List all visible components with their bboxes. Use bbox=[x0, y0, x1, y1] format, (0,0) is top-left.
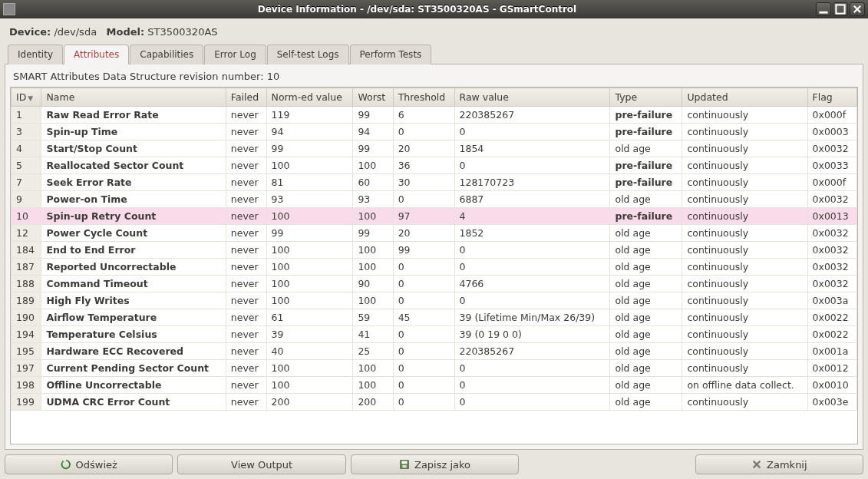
table-row[interactable]: 188Command Timeoutnever1009004766old age… bbox=[12, 276, 857, 292]
table-row[interactable]: 4Start/Stop Countnever9999201854old agec… bbox=[12, 140, 857, 157]
cell-normed: 100 bbox=[266, 377, 353, 394]
col-normed[interactable]: Norm-ed value bbox=[266, 88, 353, 107]
cell-flag: 0x000f bbox=[807, 174, 856, 191]
table-row[interactable]: 187Reported Uncorrectablenever10010000ol… bbox=[12, 259, 857, 276]
tab-self-test-logs[interactable]: Self-test Logs bbox=[267, 45, 349, 64]
cell-normed: 100 bbox=[266, 157, 353, 174]
cell-type: old age bbox=[610, 225, 682, 242]
cell-failed: never bbox=[226, 140, 266, 157]
cell-worst: 200 bbox=[353, 394, 393, 411]
cell-name: Offline Uncorrectable bbox=[41, 377, 226, 394]
col-flag[interactable]: Flag bbox=[807, 88, 856, 107]
model-value: ST3500320AS bbox=[147, 26, 217, 38]
minimize-button[interactable] bbox=[816, 2, 831, 16]
cell-type: old age bbox=[610, 292, 682, 309]
table-row[interactable]: 199UDMA CRC Error Countnever20020000old … bbox=[12, 394, 857, 411]
col-failed[interactable]: Failed bbox=[226, 88, 266, 107]
cell-normed: 81 bbox=[266, 174, 353, 191]
table-row[interactable]: 3Spin-up Timenever949400pre-failureconti… bbox=[12, 124, 857, 140]
cell-flag: 0x0032 bbox=[807, 225, 856, 242]
maximize-icon bbox=[835, 4, 846, 15]
col-type[interactable]: Type bbox=[610, 88, 682, 107]
cell-raw: 0 bbox=[454, 292, 610, 309]
tab-capabilities[interactable]: Capabilities bbox=[130, 45, 203, 64]
cell-id: 184 bbox=[12, 242, 41, 259]
maximize-button[interactable] bbox=[833, 2, 848, 16]
cell-updated: continuously bbox=[682, 157, 807, 174]
cell-flag: 0x0022 bbox=[807, 309, 856, 326]
cell-type: pre-failure bbox=[610, 124, 682, 140]
cell-threshold: 36 bbox=[393, 157, 454, 174]
cell-flag: 0x0003 bbox=[807, 124, 856, 140]
device-label: Device: bbox=[9, 26, 51, 38]
col-raw[interactable]: Raw value bbox=[454, 88, 610, 107]
col-updated[interactable]: Updated bbox=[682, 88, 807, 107]
cell-normed: 94 bbox=[266, 124, 353, 140]
minimize-icon bbox=[818, 4, 829, 15]
cell-updated: continuously bbox=[682, 208, 807, 225]
save-as-button[interactable]: Zapisz jako bbox=[351, 454, 519, 474]
table-row[interactable]: 194Temperature Celsiusnever3941039 (0 19… bbox=[12, 326, 857, 343]
cell-threshold: 0 bbox=[393, 124, 454, 140]
cell-updated: on offline data collect. bbox=[682, 377, 807, 394]
cell-normed: 99 bbox=[266, 140, 353, 157]
col-id[interactable]: ID▼ bbox=[12, 88, 41, 107]
table-row[interactable]: 184End to End Errornever100100990old age… bbox=[12, 242, 857, 259]
sort-indicator-icon: ▼ bbox=[28, 94, 33, 102]
table-row[interactable]: 189High Fly Writesnever10010000old ageco… bbox=[12, 292, 857, 309]
refresh-button[interactable]: Odśwież bbox=[5, 454, 173, 474]
cell-name: Start/Stop Count bbox=[41, 140, 226, 157]
cell-raw: 6887 bbox=[454, 191, 610, 208]
cell-flag: 0x0022 bbox=[807, 326, 856, 343]
table-row[interactable]: 12Power Cycle Countnever9999201852old ag… bbox=[12, 225, 857, 242]
cell-threshold: 20 bbox=[393, 225, 454, 242]
tab-identity[interactable]: Identity bbox=[8, 45, 63, 64]
attributes-table-wrap[interactable]: ID▼ Name Failed Norm-ed value Worst Thre… bbox=[10, 87, 858, 444]
cell-updated: continuously bbox=[682, 191, 807, 208]
close-dialog-button[interactable]: Zamknij bbox=[695, 454, 863, 474]
table-row[interactable]: 195Hardware ECC Recoverednever4025022038… bbox=[12, 343, 857, 360]
cell-failed: never bbox=[226, 191, 266, 208]
cell-flag: 0x0013 bbox=[807, 208, 856, 225]
col-name[interactable]: Name bbox=[41, 88, 226, 107]
table-row[interactable]: 197Current Pending Sector Countnever1001… bbox=[12, 360, 857, 377]
cell-threshold: 97 bbox=[393, 208, 454, 225]
tab-error-log[interactable]: Error Log bbox=[204, 45, 266, 64]
cell-type: pre-failure bbox=[610, 157, 682, 174]
cell-flag: 0x0032 bbox=[807, 276, 856, 292]
table-row[interactable]: 7Seek Error Ratenever816030128170723pre-… bbox=[12, 174, 857, 191]
cell-flag: 0x0032 bbox=[807, 191, 856, 208]
cell-normed: 100 bbox=[266, 259, 353, 276]
tab-attributes[interactable]: Attributes bbox=[64, 45, 129, 64]
cell-raw: 220385267 bbox=[454, 107, 610, 124]
table-row[interactable]: 5Reallocated Sector Countnever100100360p… bbox=[12, 157, 857, 174]
cell-updated: continuously bbox=[682, 242, 807, 259]
table-row[interactable]: 1Raw Read Error Ratenever119996220385267… bbox=[12, 107, 857, 124]
close-dialog-label: Zamknij bbox=[767, 459, 807, 471]
table-row[interactable]: 198Offline Uncorrectablenever10010000old… bbox=[12, 377, 857, 394]
cell-flag: 0x000f bbox=[807, 107, 856, 124]
table-row[interactable]: 190Airflow Temperaturenever61594539 (Lif… bbox=[12, 309, 857, 326]
cell-normed: 200 bbox=[266, 394, 353, 411]
cell-updated: continuously bbox=[682, 292, 807, 309]
cell-updated: continuously bbox=[682, 343, 807, 360]
col-threshold[interactable]: Threshold bbox=[393, 88, 454, 107]
table-row[interactable]: 10Spin-up Retry Countnever100100974pre-f… bbox=[12, 208, 857, 225]
cell-raw: 4766 bbox=[454, 276, 610, 292]
cell-name: Temperature Celsius bbox=[41, 326, 226, 343]
tab-perform-tests[interactable]: Perform Tests bbox=[350, 45, 432, 64]
cell-updated: continuously bbox=[682, 259, 807, 276]
cell-failed: never bbox=[226, 276, 266, 292]
cell-id: 194 bbox=[12, 326, 41, 343]
close-button[interactable] bbox=[850, 2, 865, 16]
cell-updated: continuously bbox=[682, 124, 807, 140]
cell-id: 198 bbox=[12, 377, 41, 394]
view-output-button[interactable]: View Output bbox=[177, 454, 345, 474]
table-row[interactable]: 9Power-on Timenever939306887old ageconti… bbox=[12, 191, 857, 208]
cell-failed: never bbox=[226, 343, 266, 360]
cell-name: Command Timeout bbox=[41, 276, 226, 292]
cell-updated: continuously bbox=[682, 276, 807, 292]
col-worst[interactable]: Worst bbox=[353, 88, 393, 107]
cell-raw: 1854 bbox=[454, 140, 610, 157]
cell-failed: never bbox=[226, 124, 266, 140]
